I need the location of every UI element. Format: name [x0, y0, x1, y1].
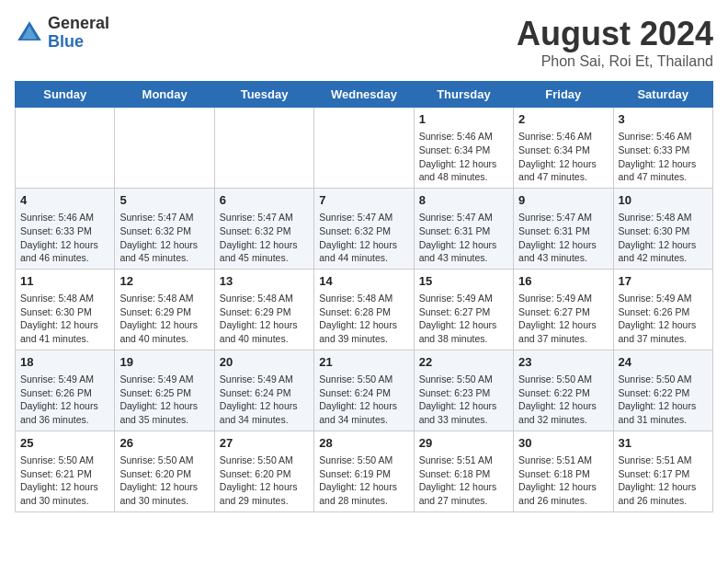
day-info: Sunset: 6:34 PM — [419, 144, 508, 157]
header-thursday: Thursday — [414, 82, 513, 108]
day-info: Sunset: 6:19 PM — [319, 467, 408, 481]
calendar-subtitle: Phon Sai, Roi Et, Thailand — [517, 53, 713, 70]
day-info: Sunrise: 5:47 AM — [419, 211, 508, 224]
header-friday: Friday — [514, 82, 613, 108]
logo: General Blue — [15, 15, 109, 52]
day-info: Sunrise: 5:50 AM — [220, 454, 309, 467]
day-info: Sunset: 6:20 PM — [220, 467, 309, 481]
day-number: 7 — [319, 192, 408, 209]
cell-w1-d5: 1Sunrise: 5:46 AMSunset: 6:34 PMDaylight… — [414, 108, 513, 189]
day-number: 21 — [319, 354, 408, 371]
day-number: 29 — [419, 435, 508, 452]
day-info: Daylight: 12 hours and 40 minutes. — [119, 318, 209, 345]
day-info: Daylight: 12 hours and 38 minutes. — [419, 318, 508, 345]
day-info: Sunset: 6:32 PM — [319, 224, 408, 238]
day-number: 27 — [220, 435, 309, 452]
day-info: Sunset: 6:33 PM — [20, 224, 109, 238]
day-info: Daylight: 12 hours and 36 minutes. — [20, 399, 109, 426]
day-number: 1 — [419, 111, 508, 128]
cell-w2-d7: 10Sunrise: 5:48 AMSunset: 6:30 PMDayligh… — [613, 188, 712, 269]
day-info: Sunrise: 5:51 AM — [619, 454, 708, 467]
day-info: Sunrise: 5:50 AM — [419, 373, 508, 386]
header-saturday: Saturday — [613, 82, 712, 108]
cell-w3-d5: 15Sunrise: 5:49 AMSunset: 6:27 PMDayligh… — [414, 269, 513, 350]
header-row: SundayMondayTuesdayWednesdayThursdayFrid… — [16, 82, 713, 108]
cell-w2-d2: 5Sunrise: 5:47 AMSunset: 6:32 PMDaylight… — [115, 188, 214, 269]
day-info: Sunrise: 5:50 AM — [619, 373, 708, 386]
day-info: Sunset: 6:20 PM — [119, 467, 209, 481]
day-info: Sunset: 6:29 PM — [119, 305, 209, 319]
cell-w1-d6: 2Sunrise: 5:46 AMSunset: 6:34 PMDaylight… — [514, 108, 613, 189]
day-info: Sunrise: 5:48 AM — [220, 292, 309, 305]
day-info: Sunset: 6:21 PM — [20, 467, 109, 481]
day-number: 5 — [119, 192, 209, 209]
day-info: Sunset: 6:31 PM — [419, 224, 508, 238]
day-info: Daylight: 12 hours and 35 minutes. — [119, 399, 209, 426]
day-info: Sunset: 6:32 PM — [220, 224, 309, 238]
day-number: 3 — [619, 111, 708, 128]
header-monday: Monday — [115, 82, 214, 108]
day-info: Sunrise: 5:48 AM — [20, 292, 109, 305]
day-number: 18 — [20, 354, 109, 371]
cell-w1-d2 — [115, 108, 214, 189]
day-info: Daylight: 12 hours and 43 minutes. — [419, 238, 508, 265]
day-info: Sunrise: 5:47 AM — [119, 211, 209, 224]
day-info: Sunrise: 5:50 AM — [319, 454, 408, 467]
cell-w5-d6: 30Sunrise: 5:51 AMSunset: 6:18 PMDayligh… — [514, 431, 613, 511]
day-number: 2 — [518, 111, 608, 128]
day-info: Sunset: 6:32 PM — [119, 224, 209, 238]
day-info: Sunrise: 5:47 AM — [518, 211, 608, 224]
day-number: 8 — [419, 192, 508, 209]
cell-w1-d3 — [214, 108, 313, 189]
page-header: General Blue August 2024 Phon Sai, Roi E… — [15, 15, 713, 70]
day-info: Sunrise: 5:48 AM — [319, 292, 408, 305]
cell-w5-d4: 28Sunrise: 5:50 AMSunset: 6:19 PMDayligh… — [314, 431, 414, 511]
day-number: 17 — [619, 273, 708, 290]
day-info: Sunrise: 5:47 AM — [220, 211, 309, 224]
day-info: Daylight: 12 hours and 43 minutes. — [518, 238, 608, 265]
day-info: Daylight: 12 hours and 40 minutes. — [220, 318, 309, 345]
calendar-title: August 2024 — [517, 15, 713, 53]
cell-w3-d2: 12Sunrise: 5:48 AMSunset: 6:29 PMDayligh… — [115, 269, 214, 350]
logo-general-text: General — [48, 15, 109, 33]
cell-w4-d6: 23Sunrise: 5:50 AMSunset: 6:22 PMDayligh… — [514, 350, 613, 431]
day-info: Sunrise: 5:49 AM — [119, 373, 209, 386]
day-info: Sunset: 6:22 PM — [619, 386, 708, 400]
logo-text: General Blue — [48, 15, 109, 52]
cell-w3-d6: 16Sunrise: 5:49 AMSunset: 6:27 PMDayligh… — [514, 269, 613, 350]
day-info: Sunrise: 5:46 AM — [518, 130, 608, 144]
day-info: Sunrise: 5:48 AM — [619, 211, 708, 224]
day-number: 12 — [119, 273, 209, 290]
cell-w4-d3: 20Sunrise: 5:49 AMSunset: 6:24 PMDayligh… — [214, 350, 313, 431]
day-info: Sunset: 6:28 PM — [319, 305, 408, 319]
day-info: Daylight: 12 hours and 32 minutes. — [518, 399, 608, 426]
day-info: Daylight: 12 hours and 46 minutes. — [20, 238, 109, 265]
week-row-2: 4Sunrise: 5:46 AMSunset: 6:33 PMDaylight… — [16, 188, 713, 269]
logo-blue-text: Blue — [48, 33, 109, 52]
day-info: Daylight: 12 hours and 34 minutes. — [220, 399, 309, 426]
day-info: Sunset: 6:34 PM — [518, 144, 608, 157]
cell-w4-d5: 22Sunrise: 5:50 AMSunset: 6:23 PMDayligh… — [414, 350, 513, 431]
day-number: 16 — [518, 273, 608, 290]
day-info: Sunset: 6:18 PM — [518, 467, 608, 481]
day-info: Sunrise: 5:50 AM — [119, 454, 209, 467]
day-info: Daylight: 12 hours and 41 minutes. — [20, 318, 109, 345]
calendar-table: SundayMondayTuesdayWednesdayThursdayFrid… — [15, 81, 713, 512]
day-info: Sunset: 6:24 PM — [319, 386, 408, 400]
logo-icon — [15, 18, 44, 48]
day-number: 14 — [319, 273, 408, 290]
day-info: Sunrise: 5:51 AM — [518, 454, 608, 467]
day-info: Sunrise: 5:47 AM — [319, 211, 408, 224]
cell-w5-d1: 25Sunrise: 5:50 AMSunset: 6:21 PMDayligh… — [16, 431, 115, 511]
day-info: Sunrise: 5:46 AM — [20, 211, 109, 224]
day-number: 24 — [619, 354, 708, 371]
cell-w3-d1: 11Sunrise: 5:48 AMSunset: 6:30 PMDayligh… — [16, 269, 115, 350]
day-number: 10 — [619, 192, 708, 209]
day-info: Sunset: 6:29 PM — [220, 305, 309, 319]
day-number: 19 — [119, 354, 209, 371]
day-info: Sunrise: 5:46 AM — [419, 130, 508, 144]
day-number: 9 — [518, 192, 608, 209]
day-number: 31 — [619, 435, 708, 452]
cell-w2-d4: 7Sunrise: 5:47 AMSunset: 6:32 PMDaylight… — [314, 188, 414, 269]
day-info: Daylight: 12 hours and 45 minutes. — [119, 238, 209, 265]
